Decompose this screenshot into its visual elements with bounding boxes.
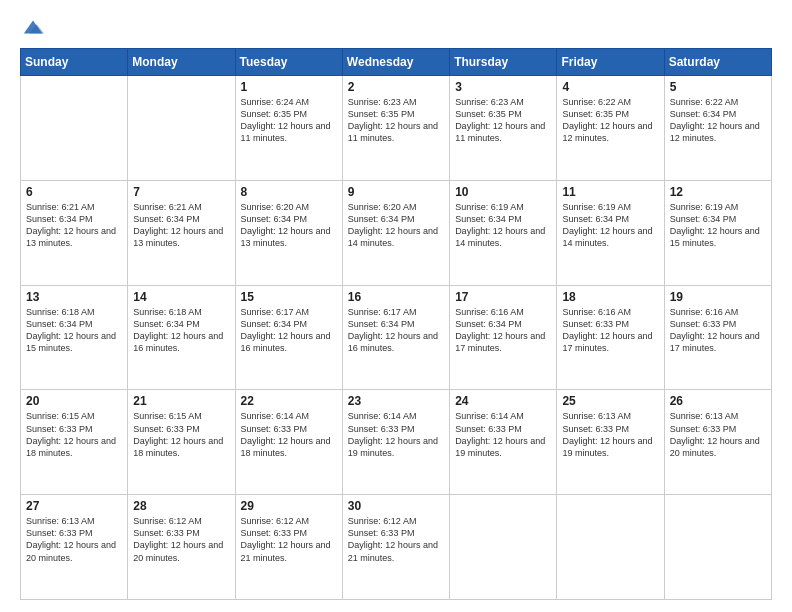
- calendar-header-thursday: Thursday: [450, 49, 557, 76]
- calendar-cell: 27Sunrise: 6:13 AM Sunset: 6:33 PM Dayli…: [21, 495, 128, 600]
- day-number: 13: [26, 290, 122, 304]
- day-info: Sunrise: 6:16 AM Sunset: 6:34 PM Dayligh…: [455, 306, 551, 355]
- day-number: 5: [670, 80, 766, 94]
- day-info: Sunrise: 6:19 AM Sunset: 6:34 PM Dayligh…: [455, 201, 551, 250]
- calendar-cell: 2Sunrise: 6:23 AM Sunset: 6:35 PM Daylig…: [342, 76, 449, 181]
- day-number: 29: [241, 499, 337, 513]
- day-number: 9: [348, 185, 444, 199]
- day-number: 2: [348, 80, 444, 94]
- calendar-cell: 18Sunrise: 6:16 AM Sunset: 6:33 PM Dayli…: [557, 285, 664, 390]
- day-number: 19: [670, 290, 766, 304]
- calendar-cell: 8Sunrise: 6:20 AM Sunset: 6:34 PM Daylig…: [235, 180, 342, 285]
- calendar-cell: [21, 76, 128, 181]
- calendar-header-row: SundayMondayTuesdayWednesdayThursdayFrid…: [21, 49, 772, 76]
- day-number: 17: [455, 290, 551, 304]
- day-info: Sunrise: 6:19 AM Sunset: 6:34 PM Dayligh…: [670, 201, 766, 250]
- day-number: 25: [562, 394, 658, 408]
- calendar-cell: 30Sunrise: 6:12 AM Sunset: 6:33 PM Dayli…: [342, 495, 449, 600]
- day-info: Sunrise: 6:21 AM Sunset: 6:34 PM Dayligh…: [26, 201, 122, 250]
- calendar-cell: 23Sunrise: 6:14 AM Sunset: 6:33 PM Dayli…: [342, 390, 449, 495]
- calendar-cell: 21Sunrise: 6:15 AM Sunset: 6:33 PM Dayli…: [128, 390, 235, 495]
- day-number: 1: [241, 80, 337, 94]
- day-info: Sunrise: 6:19 AM Sunset: 6:34 PM Dayligh…: [562, 201, 658, 250]
- day-info: Sunrise: 6:16 AM Sunset: 6:33 PM Dayligh…: [562, 306, 658, 355]
- day-info: Sunrise: 6:14 AM Sunset: 6:33 PM Dayligh…: [455, 410, 551, 459]
- day-info: Sunrise: 6:14 AM Sunset: 6:33 PM Dayligh…: [241, 410, 337, 459]
- day-number: 15: [241, 290, 337, 304]
- calendar-cell: 20Sunrise: 6:15 AM Sunset: 6:33 PM Dayli…: [21, 390, 128, 495]
- day-info: Sunrise: 6:18 AM Sunset: 6:34 PM Dayligh…: [133, 306, 229, 355]
- calendar-cell: 11Sunrise: 6:19 AM Sunset: 6:34 PM Dayli…: [557, 180, 664, 285]
- calendar-cell: 14Sunrise: 6:18 AM Sunset: 6:34 PM Dayli…: [128, 285, 235, 390]
- calendar-cell: [128, 76, 235, 181]
- calendar-cell: 13Sunrise: 6:18 AM Sunset: 6:34 PM Dayli…: [21, 285, 128, 390]
- calendar-cell: 16Sunrise: 6:17 AM Sunset: 6:34 PM Dayli…: [342, 285, 449, 390]
- logo: [20, 18, 44, 38]
- day-number: 10: [455, 185, 551, 199]
- day-info: Sunrise: 6:13 AM Sunset: 6:33 PM Dayligh…: [26, 515, 122, 564]
- calendar-cell: 5Sunrise: 6:22 AM Sunset: 6:34 PM Daylig…: [664, 76, 771, 181]
- day-number: 23: [348, 394, 444, 408]
- day-info: Sunrise: 6:23 AM Sunset: 6:35 PM Dayligh…: [455, 96, 551, 145]
- day-number: 14: [133, 290, 229, 304]
- day-info: Sunrise: 6:23 AM Sunset: 6:35 PM Dayligh…: [348, 96, 444, 145]
- day-info: Sunrise: 6:14 AM Sunset: 6:33 PM Dayligh…: [348, 410, 444, 459]
- day-number: 21: [133, 394, 229, 408]
- day-number: 22: [241, 394, 337, 408]
- day-number: 27: [26, 499, 122, 513]
- calendar-cell: 1Sunrise: 6:24 AM Sunset: 6:35 PM Daylig…: [235, 76, 342, 181]
- calendar-cell: [450, 495, 557, 600]
- day-info: Sunrise: 6:15 AM Sunset: 6:33 PM Dayligh…: [133, 410, 229, 459]
- calendar-cell: 3Sunrise: 6:23 AM Sunset: 6:35 PM Daylig…: [450, 76, 557, 181]
- calendar-cell: 19Sunrise: 6:16 AM Sunset: 6:33 PM Dayli…: [664, 285, 771, 390]
- day-info: Sunrise: 6:17 AM Sunset: 6:34 PM Dayligh…: [348, 306, 444, 355]
- calendar-cell: [664, 495, 771, 600]
- day-info: Sunrise: 6:20 AM Sunset: 6:34 PM Dayligh…: [241, 201, 337, 250]
- calendar-week-row: 13Sunrise: 6:18 AM Sunset: 6:34 PM Dayli…: [21, 285, 772, 390]
- top-bar: [20, 18, 772, 38]
- calendar-week-row: 27Sunrise: 6:13 AM Sunset: 6:33 PM Dayli…: [21, 495, 772, 600]
- calendar-cell: 4Sunrise: 6:22 AM Sunset: 6:35 PM Daylig…: [557, 76, 664, 181]
- calendar-week-row: 1Sunrise: 6:24 AM Sunset: 6:35 PM Daylig…: [21, 76, 772, 181]
- day-info: Sunrise: 6:16 AM Sunset: 6:33 PM Dayligh…: [670, 306, 766, 355]
- day-number: 16: [348, 290, 444, 304]
- day-number: 6: [26, 185, 122, 199]
- day-info: Sunrise: 6:20 AM Sunset: 6:34 PM Dayligh…: [348, 201, 444, 250]
- calendar-cell: 10Sunrise: 6:19 AM Sunset: 6:34 PM Dayli…: [450, 180, 557, 285]
- day-number: 28: [133, 499, 229, 513]
- day-info: Sunrise: 6:12 AM Sunset: 6:33 PM Dayligh…: [241, 515, 337, 564]
- day-info: Sunrise: 6:17 AM Sunset: 6:34 PM Dayligh…: [241, 306, 337, 355]
- day-info: Sunrise: 6:15 AM Sunset: 6:33 PM Dayligh…: [26, 410, 122, 459]
- calendar-week-row: 6Sunrise: 6:21 AM Sunset: 6:34 PM Daylig…: [21, 180, 772, 285]
- calendar-cell: 26Sunrise: 6:13 AM Sunset: 6:33 PM Dayli…: [664, 390, 771, 495]
- day-info: Sunrise: 6:13 AM Sunset: 6:33 PM Dayligh…: [562, 410, 658, 459]
- day-number: 7: [133, 185, 229, 199]
- day-number: 20: [26, 394, 122, 408]
- calendar-cell: 25Sunrise: 6:13 AM Sunset: 6:33 PM Dayli…: [557, 390, 664, 495]
- day-info: Sunrise: 6:12 AM Sunset: 6:33 PM Dayligh…: [348, 515, 444, 564]
- day-info: Sunrise: 6:22 AM Sunset: 6:35 PM Dayligh…: [562, 96, 658, 145]
- calendar-cell: 9Sunrise: 6:20 AM Sunset: 6:34 PM Daylig…: [342, 180, 449, 285]
- calendar-header-saturday: Saturday: [664, 49, 771, 76]
- day-number: 4: [562, 80, 658, 94]
- day-number: 12: [670, 185, 766, 199]
- day-number: 11: [562, 185, 658, 199]
- day-number: 30: [348, 499, 444, 513]
- calendar-cell: 15Sunrise: 6:17 AM Sunset: 6:34 PM Dayli…: [235, 285, 342, 390]
- calendar-header-sunday: Sunday: [21, 49, 128, 76]
- calendar-cell: 29Sunrise: 6:12 AM Sunset: 6:33 PM Dayli…: [235, 495, 342, 600]
- calendar-cell: 24Sunrise: 6:14 AM Sunset: 6:33 PM Dayli…: [450, 390, 557, 495]
- calendar-header-monday: Monday: [128, 49, 235, 76]
- calendar-header-wednesday: Wednesday: [342, 49, 449, 76]
- calendar-cell: 12Sunrise: 6:19 AM Sunset: 6:34 PM Dayli…: [664, 180, 771, 285]
- day-info: Sunrise: 6:22 AM Sunset: 6:34 PM Dayligh…: [670, 96, 766, 145]
- day-number: 24: [455, 394, 551, 408]
- day-info: Sunrise: 6:13 AM Sunset: 6:33 PM Dayligh…: [670, 410, 766, 459]
- day-info: Sunrise: 6:12 AM Sunset: 6:33 PM Dayligh…: [133, 515, 229, 564]
- calendar-cell: 7Sunrise: 6:21 AM Sunset: 6:34 PM Daylig…: [128, 180, 235, 285]
- calendar-cell: 6Sunrise: 6:21 AM Sunset: 6:34 PM Daylig…: [21, 180, 128, 285]
- day-info: Sunrise: 6:21 AM Sunset: 6:34 PM Dayligh…: [133, 201, 229, 250]
- day-info: Sunrise: 6:18 AM Sunset: 6:34 PM Dayligh…: [26, 306, 122, 355]
- calendar-cell: 28Sunrise: 6:12 AM Sunset: 6:33 PM Dayli…: [128, 495, 235, 600]
- logo-icon: [22, 16, 44, 38]
